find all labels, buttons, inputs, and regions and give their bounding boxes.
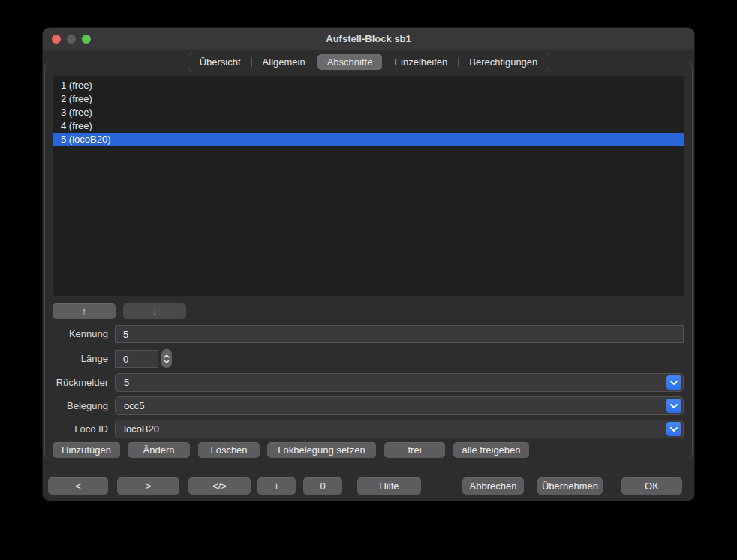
move-up-button[interactable]: ↑: [53, 303, 116, 319]
loeschen-button[interactable]: Löschen: [198, 442, 260, 458]
list-item[interactable]: 4 (free): [53, 119, 684, 133]
list-item[interactable]: 1 (free): [53, 79, 684, 92]
hinzufuegen-button[interactable]: Hinzufügen: [53, 442, 120, 458]
loco-id-label: Loco ID: [45, 423, 108, 435]
tab-uebersicht[interactable]: Übersicht: [190, 54, 251, 70]
combo-drop-button[interactable]: [666, 375, 681, 390]
chevron-down-icon: [670, 381, 678, 385]
uebernehmen-button[interactable]: Übernehmen: [537, 477, 603, 495]
combo-drop-button[interactable]: [666, 422, 681, 436]
next-button[interactable]: >: [117, 477, 179, 495]
desktop-background: Aufstell-Block sb1 Übersicht Allgemein A…: [0, 0, 737, 560]
arrow-up-icon: ↑: [82, 306, 87, 317]
laenge-stepper[interactable]: [161, 349, 172, 368]
aendern-button[interactable]: Ändern: [128, 442, 190, 458]
rueckmelder-value: 5: [124, 374, 129, 391]
rueckmelder-label: Rückmelder: [45, 377, 108, 389]
rueckmelder-combobox[interactable]: 5: [115, 373, 684, 392]
tab-group: Übersicht Allgemein Abschnitte Einzelhei…: [188, 53, 550, 71]
sections-list[interactable]: 1 (free) 2 (free) 3 (free) 4 (free) 5 (l…: [53, 76, 684, 296]
move-down-button[interactable]: ↓: [123, 303, 186, 319]
loco-id-value: locoB20: [124, 420, 159, 438]
belegung-label: Belegung: [45, 400, 108, 412]
tab-abschnitte[interactable]: Abschnitte: [317, 54, 383, 70]
alle-freigeben-button[interactable]: alle freigeben: [453, 442, 529, 458]
chevron-down-icon: [670, 427, 678, 432]
tab-berechtigungen[interactable]: Berechtigungen: [459, 54, 547, 70]
laenge-input[interactable]: [115, 350, 158, 368]
stepper-down-icon[interactable]: [164, 360, 170, 363]
combo-drop-button[interactable]: [666, 399, 681, 413]
stepper-up-icon[interactable]: [164, 354, 170, 358]
tab-allgemein[interactable]: Allgemein: [253, 54, 315, 70]
tab-einzelheiten[interactable]: Einzelheiten: [384, 54, 457, 70]
abschnitte-pane: 1 (free) 2 (free) 3 (free) 4 (free) 5 (l…: [44, 62, 693, 459]
kennung-label: Kennung: [45, 328, 108, 340]
arrow-down-icon: ↓: [152, 306, 158, 317]
list-item[interactable]: 3 (free): [53, 106, 684, 119]
list-item-selected[interactable]: 5 (locoB20): [53, 133, 684, 146]
list-item[interactable]: 2 (free): [53, 92, 684, 106]
titlebar[interactable]: Aufstell-Block sb1: [43, 28, 694, 50]
zero-button[interactable]: 0: [303, 477, 342, 495]
prev-button[interactable]: <: [48, 477, 108, 495]
window-title: Aufstell-Block sb1: [43, 28, 694, 50]
laenge-label: Länge: [45, 353, 108, 365]
kennung-input[interactable]: [115, 325, 684, 343]
tab-bar: Übersicht Allgemein Abschnitte Einzelhei…: [43, 53, 694, 71]
xml-button[interactable]: </>: [188, 477, 251, 495]
dialog-window: Aufstell-Block sb1 Übersicht Allgemein A…: [42, 27, 695, 501]
ok-button[interactable]: OK: [621, 477, 682, 495]
abbrechen-button[interactable]: Abbrechen: [462, 477, 524, 495]
lokbelegung-setzen-button[interactable]: Lokbelegung setzen: [267, 442, 376, 458]
frei-button[interactable]: frei: [384, 442, 445, 458]
plus-button[interactable]: +: [257, 477, 296, 495]
belegung-value: occ5: [124, 397, 144, 414]
tab-separator: [458, 57, 459, 67]
chevron-down-icon: [670, 404, 678, 408]
tab-separator: [251, 57, 252, 67]
belegung-combobox[interactable]: occ5: [115, 396, 684, 415]
loco-id-combobox[interactable]: locoB20: [115, 420, 684, 438]
hilfe-button[interactable]: Hilfe: [357, 477, 421, 495]
